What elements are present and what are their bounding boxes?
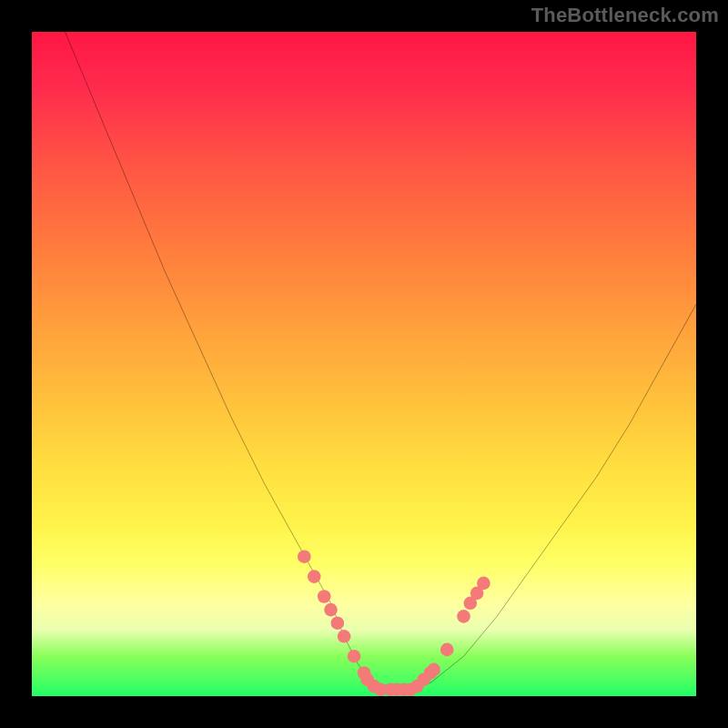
chart-frame: TheBottleneck.com (0, 0, 728, 728)
watermark-label: TheBottleneck.com (531, 4, 719, 27)
gradient-plot-area (32, 32, 696, 696)
